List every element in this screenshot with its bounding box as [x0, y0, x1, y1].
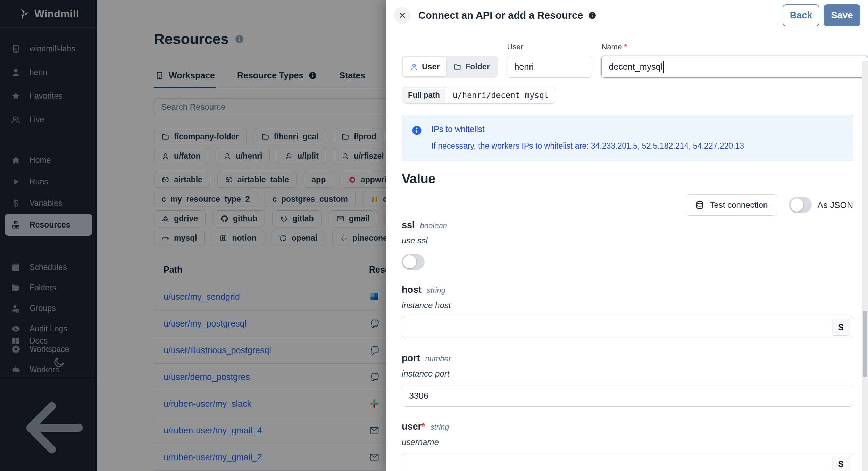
field-type: boolean	[420, 221, 447, 230]
field-name: user	[402, 421, 422, 432]
field-boolean-toggle[interactable]	[402, 254, 425, 270]
close-icon	[398, 11, 407, 20]
add-resource-drawer: Connect an API or add a Resource Back Sa…	[386, 0, 868, 471]
drawer-scrollbar[interactable]	[862, 61, 868, 471]
schema-field: user* string username $ Required	[402, 421, 853, 471]
scope-option-folder[interactable]: Folder	[446, 57, 496, 76]
scope-option-user[interactable]: User	[403, 57, 446, 76]
schema-field: ssl boolean use ssl	[402, 220, 853, 270]
back-button[interactable]: Back	[783, 4, 819, 26]
field-type: string	[431, 423, 449, 432]
infobox-body: If necessary, the workers IPs to whiteli…	[431, 141, 842, 151]
info-icon	[411, 125, 422, 136]
field-name: port	[402, 353, 420, 364]
schema-fields: ssl boolean use ssl host string instance…	[402, 220, 853, 471]
resource-name-input[interactable]: decent_mysql	[601, 56, 868, 78]
text-caret	[663, 61, 664, 73]
owner-user-input[interactable]	[507, 56, 592, 78]
field-description: instance host	[402, 300, 853, 310]
insert-variable-button[interactable]: $	[832, 319, 850, 336]
schema-field: port number instance port	[402, 353, 853, 407]
field-type: string	[427, 286, 445, 295]
full-path-pill: Full path u/henri/decent_mysql	[402, 87, 556, 104]
schema-field: host string instance host $	[402, 284, 853, 338]
field-text-input[interactable]	[402, 385, 853, 407]
field-name: ssl	[402, 220, 415, 231]
value-section-title: Value	[402, 172, 853, 187]
windmill-app: Windmill windmill-labs henri Favorites L…	[0, 0, 868, 471]
field-text-input[interactable]	[402, 316, 853, 338]
as-json-toggle[interactable]	[789, 197, 812, 213]
folder-icon	[453, 63, 461, 71]
full-path-label: Full path	[402, 87, 446, 103]
drawer-header: Connect an API or add a Resource Back Sa…	[386, 0, 868, 31]
user-field-label: User	[507, 42, 592, 51]
field-description: username	[402, 437, 853, 447]
infobox-title: IPs to whitelist	[431, 124, 842, 134]
full-path-value: u/henri/decent_mysql	[446, 87, 556, 103]
field-description: instance port	[402, 369, 853, 379]
scrollbar-thumb[interactable]	[863, 311, 867, 377]
test-connection-button[interactable]: Test connection	[686, 194, 777, 216]
name-field-label: Name *	[601, 42, 868, 51]
ips-whitelist-infobox: IPs to whitelist If necessary, the worke…	[402, 115, 853, 161]
insert-variable-button[interactable]: $	[832, 456, 850, 471]
as-json-label: As JSON	[817, 200, 853, 210]
user-icon	[410, 63, 418, 71]
field-type: number	[425, 354, 451, 363]
save-button[interactable]: Save	[824, 4, 860, 26]
scope-segmented-control: User Folder	[402, 56, 498, 78]
drawer-body: User Folder User Name * decent_mysql	[386, 31, 868, 471]
drawer-title: Connect an API or add a Resource	[418, 10, 583, 21]
field-text-input[interactable]	[402, 453, 853, 471]
test-row: Test connection As JSON	[402, 194, 853, 216]
drawer-backdrop[interactable]	[0, 0, 386, 471]
drawer-title-info-icon[interactable]	[588, 11, 596, 20]
field-description: use ssl	[402, 236, 853, 246]
database-icon	[695, 200, 704, 210]
close-button[interactable]	[394, 7, 411, 24]
field-name: host	[402, 284, 422, 295]
